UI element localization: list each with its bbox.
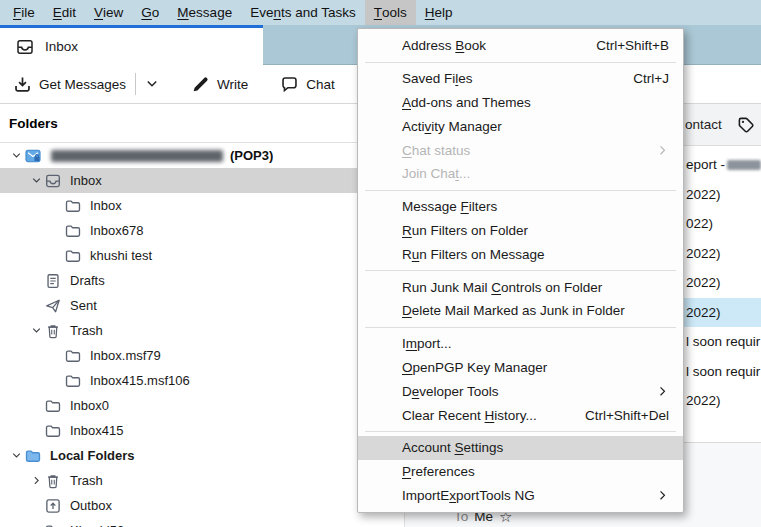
message-row[interactable]: 022) bbox=[684, 209, 761, 239]
folder-row-inbox-msf79[interactable]: Inbox.msf79 bbox=[0, 343, 404, 368]
menu-item-activity-manager[interactable]: Activity Manager bbox=[358, 114, 683, 138]
menu-item-preferences[interactable]: Preferences bbox=[358, 460, 683, 484]
folder-blue-icon bbox=[24, 447, 42, 465]
get-messages-button[interactable]: Get Messages bbox=[8, 71, 131, 98]
folder-row-khushi-test[interactable]: khushi test bbox=[0, 243, 404, 268]
folder-icon bbox=[44, 397, 62, 415]
folder-label: Inbox0 bbox=[70, 398, 109, 413]
menu-item-label: Saved Files bbox=[402, 71, 605, 86]
menubar-item-tools[interactable]: Tools bbox=[365, 0, 416, 25]
menubar-item-view[interactable]: View bbox=[85, 0, 132, 25]
menu-item-run-junk-mail-controls-on-folder[interactable]: Run Junk Mail Controls on Folder bbox=[358, 275, 683, 299]
message-row-text: 2022) bbox=[686, 246, 721, 261]
folder-row-sent[interactable]: Sent bbox=[0, 293, 404, 318]
menu-item-saved-files[interactable]: Saved FilesCtrl+J bbox=[358, 67, 683, 91]
message-row[interactable]: 2022) bbox=[684, 298, 761, 328]
menu-item-chat-status: Chat status bbox=[358, 138, 683, 162]
menu-item-import[interactable]: Import... bbox=[358, 332, 683, 356]
folder-icon bbox=[64, 222, 82, 240]
folder-label: khushi test bbox=[90, 248, 152, 263]
menubar-item-help[interactable]: Help bbox=[416, 0, 462, 25]
folder-label: Sent bbox=[70, 298, 97, 313]
menu-item-label: Run Filters on Folder bbox=[402, 223, 669, 238]
submenu-arrow-icon bbox=[656, 385, 669, 398]
menubar-item-events-and-tasks[interactable]: Events and Tasks bbox=[241, 0, 365, 25]
message-row[interactable]: l soon requir bbox=[684, 357, 761, 387]
folder-row-local-folders[interactable]: Local Folders bbox=[0, 443, 404, 468]
folder-row-inbox678[interactable]: Inbox678 bbox=[0, 218, 404, 243]
outbox-icon bbox=[44, 497, 62, 515]
folder-label: Inbox415 bbox=[70, 423, 124, 438]
folder-label: Inbox bbox=[70, 173, 102, 188]
menu-separator bbox=[365, 190, 676, 191]
submenu-arrow-icon bbox=[656, 144, 669, 157]
tools-menu-popup: Address BookCtrl+Shift+BSaved FilesCtrl+… bbox=[357, 28, 684, 513]
quick-filter-contact-button[interactable]: ontact bbox=[684, 117, 722, 132]
folder-row-outbox[interactable]: Outbox bbox=[0, 493, 404, 518]
get-messages-icon bbox=[13, 75, 32, 94]
menu-item-delete-mail-marked-as-junk-in-folder[interactable]: Delete Mail Marked as Junk in Folder bbox=[358, 299, 683, 323]
chat-button[interactable]: Chat bbox=[275, 71, 340, 98]
folder-icon bbox=[64, 197, 82, 215]
menu-item-openpgp-key-manager[interactable]: OpenPGP Key Manager bbox=[358, 356, 683, 380]
message-row[interactable]: 2022) bbox=[684, 180, 761, 210]
folder-row-inbox415[interactable]: Inbox415 bbox=[0, 418, 404, 443]
menu-separator bbox=[365, 62, 676, 63]
tag-icon[interactable] bbox=[736, 115, 756, 135]
folder-row-inbox0[interactable]: Inbox0 bbox=[0, 393, 404, 418]
folder-row-trash[interactable]: Trash bbox=[0, 468, 404, 493]
message-row[interactable]: 2022) bbox=[684, 268, 761, 298]
menubar-item-file[interactable]: File bbox=[4, 0, 44, 25]
account-row[interactable]: (POP3) bbox=[0, 143, 404, 168]
folder-row-drafts[interactable]: Drafts bbox=[0, 268, 404, 293]
menu-item-label: Chat status bbox=[402, 143, 669, 158]
menu-item-run-filters-on-folder[interactable]: Run Filters on Folder bbox=[358, 219, 683, 243]
menu-item-importexporttools-ng[interactable]: ImportExportTools NG bbox=[358, 484, 683, 508]
twisty-chevron-down-icon[interactable] bbox=[28, 175, 44, 186]
folder-row-trash[interactable]: Trash bbox=[0, 318, 404, 343]
submenu-arrow-icon bbox=[656, 489, 669, 502]
folder-label: Trash bbox=[70, 473, 103, 488]
get-messages-dropdown[interactable] bbox=[140, 73, 164, 95]
account-mail-icon bbox=[24, 147, 42, 165]
folder-label: Drafts bbox=[70, 273, 105, 288]
account-protocol-label: (POP3) bbox=[230, 148, 273, 163]
tab-inbox[interactable]: Inbox bbox=[0, 25, 263, 65]
menu-item-developer-tools[interactable]: Developer Tools bbox=[358, 379, 683, 403]
menu-item-run-filters-on-message[interactable]: Run Filters on Message bbox=[358, 242, 683, 266]
folder-label: Khushi52 bbox=[70, 523, 124, 527]
menu-item-label: Message Filters bbox=[402, 199, 669, 214]
twisty-chevron-down-icon[interactable] bbox=[8, 450, 24, 461]
account-twisty[interactable] bbox=[8, 150, 24, 161]
write-button[interactable]: Write bbox=[186, 71, 253, 98]
message-row[interactable]: 2022) bbox=[684, 239, 761, 269]
folder-label: Inbox678 bbox=[90, 223, 144, 238]
menubar-item-edit[interactable]: Edit bbox=[44, 0, 85, 25]
menu-item-account-settings[interactable]: Account Settings bbox=[358, 436, 683, 460]
menu-separator bbox=[365, 270, 676, 271]
menu-item-label: Clear Recent History... bbox=[402, 408, 557, 423]
folder-row-khushi52[interactable]: Khushi52 bbox=[0, 518, 404, 527]
folder-row-inbox[interactable]: Inbox bbox=[0, 168, 404, 193]
folder-row-inbox415-msf106[interactable]: Inbox415.msf106 bbox=[0, 368, 404, 393]
menu-item-message-filters[interactable]: Message Filters bbox=[358, 195, 683, 219]
message-row[interactable]: 2022) bbox=[684, 386, 761, 416]
message-row-text: 022) bbox=[686, 216, 713, 231]
tab-inbox-label: Inbox bbox=[45, 39, 78, 54]
menu-item-shortcut: Ctrl+Shift+B bbox=[596, 38, 669, 53]
menubar-item-message[interactable]: Message bbox=[168, 0, 241, 25]
menu-item-add-ons-and-themes[interactable]: Add-ons and Themes bbox=[358, 91, 683, 115]
get-messages-label: Get Messages bbox=[39, 77, 126, 92]
menu-item-clear-recent-history[interactable]: Clear Recent History...Ctrl+Shift+Del bbox=[358, 403, 683, 427]
message-row[interactable]: eport - bbox=[684, 150, 761, 180]
message-row[interactable]: l soon requir bbox=[684, 327, 761, 357]
menu-item-address-book[interactable]: Address BookCtrl+Shift+B bbox=[358, 34, 683, 58]
menubar-item-go[interactable]: Go bbox=[132, 0, 168, 25]
folder-row-inbox[interactable]: Inbox bbox=[0, 193, 404, 218]
message-row-text: eport - bbox=[686, 157, 725, 172]
sent-icon bbox=[44, 297, 62, 315]
menu-separator bbox=[365, 431, 676, 432]
twisty-chevron-down-icon[interactable] bbox=[28, 325, 44, 336]
menu-item-shortcut: Ctrl+Shift+Del bbox=[585, 408, 669, 423]
twisty-chevron-right-icon[interactable] bbox=[28, 475, 44, 486]
